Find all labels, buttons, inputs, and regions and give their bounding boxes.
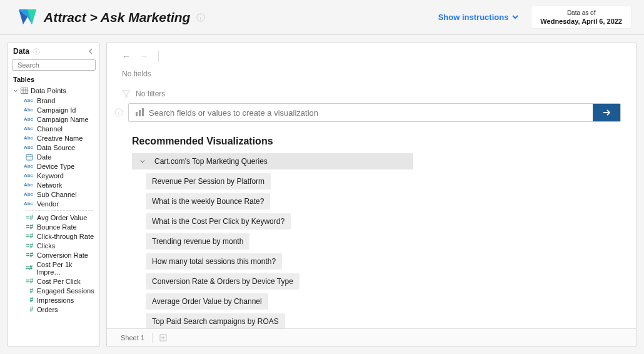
number-icon: =# xyxy=(22,214,33,221)
rec-item[interactable]: What is the weekly Bounce Rate? xyxy=(146,193,270,210)
forward-arrow-icon[interactable]: → xyxy=(139,51,148,61)
sidebar-header: Data i xyxy=(8,43,99,59)
field-item[interactable]: =#Bounce Rate xyxy=(8,222,99,231)
svg-rect-11 xyxy=(142,108,144,116)
number-icon: =# xyxy=(22,233,33,240)
field-item[interactable]: #Engaged Sessions xyxy=(8,286,99,295)
nav-arrows: ← → xyxy=(107,43,636,66)
viz-search-submit[interactable] xyxy=(593,104,620,121)
field-item[interactable]: AbcCampaign Id xyxy=(8,105,99,114)
field-item[interactable]: AbcVendor xyxy=(8,199,99,208)
fields-shelf: No fields xyxy=(107,66,636,78)
field-label: Impressions xyxy=(37,296,74,304)
viz-icon xyxy=(135,108,145,118)
number-icon: =# xyxy=(22,242,33,249)
field-item[interactable]: AbcDevice Type xyxy=(8,161,99,171)
header: Attract > Ask Marketing i Show instructi… xyxy=(0,0,644,35)
field-item[interactable]: #Orders xyxy=(8,305,99,314)
field-item[interactable]: AbcBrand xyxy=(8,96,99,105)
data-sidebar: Data i Tables Data Points AbcBrand AbcCa… xyxy=(8,43,100,346)
number-icon: # xyxy=(22,306,33,313)
chevron-down-icon xyxy=(511,13,520,21)
field-item[interactable]: AbcCreative Name xyxy=(8,133,99,143)
string-icon: Abc xyxy=(22,107,33,113)
field-label: Data Source xyxy=(37,144,75,151)
tree-parent-label: Data Points xyxy=(31,87,66,94)
field-label: Avg Order Value xyxy=(37,214,87,221)
svg-rect-9 xyxy=(136,112,138,116)
string-icon: Abc xyxy=(22,116,33,122)
rec-item[interactable]: How many total sessions this month? xyxy=(146,253,282,270)
header-right: Show instructions Data as of Wednesday, … xyxy=(438,6,631,29)
number-icon: # xyxy=(22,296,33,303)
field-label: Cost Per Click xyxy=(37,278,81,285)
back-arrow-icon[interactable]: ← xyxy=(122,51,131,61)
field-item[interactable]: =#Conversion Rate xyxy=(8,250,99,260)
field-label: Network xyxy=(37,181,62,189)
main-panel: ← → No fields No filters i xyxy=(106,43,636,346)
field-item[interactable]: #Impressions xyxy=(8,295,99,305)
add-sheet-icon[interactable] xyxy=(159,333,168,342)
rec-item[interactable]: What is the Cost Per Click by Keyword? xyxy=(146,213,291,230)
field-label: Channel xyxy=(37,125,63,133)
field-label: Campaign Id xyxy=(37,106,76,114)
field-label: Creative Name xyxy=(37,134,83,142)
show-instructions-link[interactable]: Show instructions xyxy=(438,13,520,22)
chevron-down-icon xyxy=(13,88,18,93)
rec-item[interactable]: Average Order Value by Channel xyxy=(146,293,268,310)
show-instructions-label: Show instructions xyxy=(438,13,509,22)
field-item[interactable]: =#Clicks xyxy=(8,241,99,250)
viz-search-input[interactable] xyxy=(149,108,586,118)
date-label: Data as of xyxy=(540,9,622,17)
rec-item[interactable]: Conversion Rate & Orders by Device Type xyxy=(146,273,299,290)
field-label: Sub Channel xyxy=(37,191,77,198)
string-icon: Abc xyxy=(22,173,33,178)
number-icon: =# xyxy=(22,278,33,285)
field-label: Engaged Sessions xyxy=(37,287,94,295)
field-item[interactable]: AbcSub Channel xyxy=(8,190,99,199)
chevron-left-icon[interactable] xyxy=(87,48,94,55)
field-item[interactable]: AbcNetwork xyxy=(8,180,99,190)
field-item[interactable]: =#Cost Per Click xyxy=(8,276,99,286)
rec-item[interactable]: Trending revenue by month xyxy=(146,233,249,250)
field-label: Orders xyxy=(37,306,58,313)
sidebar-search-input[interactable] xyxy=(18,61,100,69)
field-label: Date xyxy=(37,153,51,161)
table-icon xyxy=(21,88,28,94)
field-item[interactable]: AbcData Source xyxy=(8,143,99,152)
field-item[interactable]: =#Avg Order Value xyxy=(8,213,99,222)
string-icon: Abc xyxy=(22,135,33,141)
sheet-bar: Sheet 1 xyxy=(107,328,636,346)
svg-text:i: i xyxy=(200,14,201,21)
field-item[interactable]: AbcCampaign Name xyxy=(8,114,99,124)
field-label: Click-through Rate xyxy=(37,233,94,240)
body: Data i Tables Data Points AbcBrand AbcCa… xyxy=(0,35,644,354)
field-item[interactable]: =#Click-through Rate xyxy=(8,231,99,241)
svg-text:i: i xyxy=(36,49,38,54)
number-icon: =# xyxy=(22,223,33,230)
number-icon: # xyxy=(22,287,33,294)
string-icon: Abc xyxy=(22,182,33,188)
field-item[interactable]: AbcKeyword xyxy=(8,171,99,180)
no-filters-label: No filters xyxy=(136,89,165,98)
viz-search[interactable] xyxy=(128,103,621,122)
info-icon: i xyxy=(33,48,40,55)
field-item[interactable]: =#Cost Per 1k Impre… xyxy=(8,260,99,276)
field-item[interactable]: AbcChannel xyxy=(8,124,99,133)
field-label: Cost Per 1k Impre… xyxy=(36,261,96,276)
sheet-tab[interactable]: Sheet 1 xyxy=(113,333,153,343)
rec-item[interactable]: Top Paid Search campaigns by ROAS xyxy=(146,313,285,328)
tree-parent-datapoints[interactable]: Data Points xyxy=(8,86,99,96)
number-icon: =# xyxy=(22,265,33,271)
page-title: Attract > Ask Marketing xyxy=(44,10,190,25)
string-icon: Abc xyxy=(22,163,33,169)
rec-group-header[interactable]: Cart.com's Top Marketing Queries xyxy=(132,153,413,169)
string-icon: Abc xyxy=(22,126,33,131)
svg-rect-5 xyxy=(21,88,28,94)
rec-list: Revenue Per Session by Platform What is … xyxy=(107,169,636,328)
sidebar-search[interactable] xyxy=(12,59,96,71)
no-fields-label: No fields xyxy=(122,69,151,78)
recommended-title: Recommended Visualizations xyxy=(107,122,636,153)
rec-item[interactable]: Revenue Per Session by Platform xyxy=(146,173,271,190)
field-item[interactable]: Date xyxy=(8,152,99,161)
